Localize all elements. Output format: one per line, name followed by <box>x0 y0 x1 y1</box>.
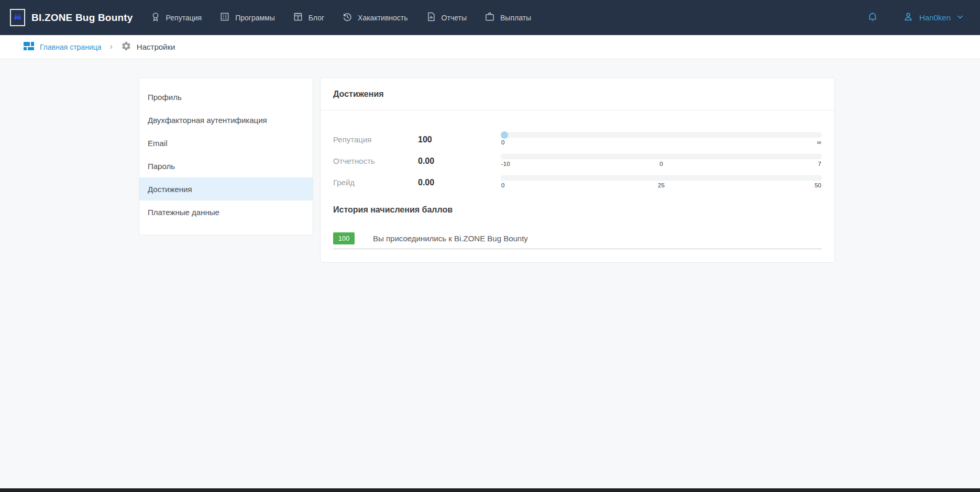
sidebar-item-password[interactable]: Пароль <box>139 154 313 177</box>
nav-label: Программы <box>235 14 275 22</box>
reporting-slider: -10 0 7 <box>501 154 822 168</box>
metric-label: Репутация <box>333 135 418 144</box>
sidebar-item-two-factor[interactable]: Двухфакторная аутентификация <box>139 108 313 131</box>
metric-row-grade: Грейд 0.00 0 25 50 <box>333 175 822 189</box>
nav-item-reputation[interactable]: Репутация <box>150 12 202 24</box>
reputation-slider: 0 ∞ <box>501 132 822 147</box>
metric-value: 0.00 <box>418 156 501 166</box>
payouts-icon <box>485 12 495 24</box>
user-menu[interactable]: Han0ken <box>902 11 964 25</box>
building-icon <box>219 12 230 24</box>
metric-label: Отчетность <box>333 156 418 165</box>
breadcrumb-home-label: Главная страница <box>40 43 102 51</box>
nav-label: Хакактивность <box>358 14 408 22</box>
bizone-logo[interactable] <box>10 9 25 26</box>
history-entry-row: 100 Вы присоединились к Bi.ZONE Bug Boun… <box>333 232 822 249</box>
slider-ticks: -10 0 7 <box>501 160 822 168</box>
sidebar-item-email[interactable]: Email <box>139 131 313 154</box>
nav-item-programs[interactable]: Программы <box>219 12 275 24</box>
nav-item-hackactivity[interactable]: Хакактивность <box>342 12 408 24</box>
nav-item-blog[interactable]: Блог <box>293 12 324 24</box>
sidebar-item-label: Профиль <box>148 93 182 102</box>
breadcrumb: Главная страница › Настройки <box>0 35 980 59</box>
bug-logo-icon <box>14 13 21 23</box>
tick-mid: 0 <box>659 161 663 167</box>
sidebar-item-achievements[interactable]: Достижения <box>139 177 313 200</box>
metric-value: 100 <box>418 135 501 144</box>
slider-ticks: 0 25 50 <box>501 182 822 189</box>
settings-sidebar: Профиль Двухфакторная аутентификация Ema… <box>139 77 313 236</box>
nav-label: Репутация <box>166 14 202 22</box>
tick-max: 50 <box>814 182 821 188</box>
nav-label: Отчеты <box>442 14 467 22</box>
navbar-right: Han0ken <box>867 11 964 25</box>
panel-body: Репутация 100 0 ∞ Отчетность 0.00 <box>321 110 834 249</box>
nav-label: Блог <box>309 14 324 22</box>
tick-min: 0 <box>501 139 504 146</box>
footer-strip <box>0 488 980 492</box>
panel-header: Достижения <box>321 78 834 110</box>
slider-handle[interactable] <box>501 131 508 139</box>
history-section-title: История начисления баллов <box>333 205 822 215</box>
content-area: Профиль Двухфакторная аутентификация Ema… <box>0 59 980 488</box>
breadcrumb-current-label: Настройки <box>137 42 175 51</box>
nav-item-payouts[interactable]: Выплаты <box>485 12 531 24</box>
sidebar-item-payment-data[interactable]: Платежные данные <box>139 200 313 223</box>
breadcrumb-separator-icon: › <box>110 42 113 51</box>
sidebar-item-label: Пароль <box>148 162 175 171</box>
user-name: Han0ken <box>919 13 951 22</box>
history-entry-text: Вы присоединились к Bi.ZONE Bug Bounty <box>373 234 528 243</box>
dashboard-grid-icon <box>23 40 35 54</box>
sidebar-item-label: Платежные данные <box>148 208 219 217</box>
metric-value: 0.00 <box>418 178 501 187</box>
blog-icon <box>293 12 303 24</box>
tick-min: 0 <box>501 182 504 188</box>
points-badge: 100 <box>333 232 355 244</box>
slider-ticks: 0 ∞ <box>501 139 822 147</box>
nav-label: Выплаты <box>500 14 531 22</box>
sidebar-item-label: Email <box>148 139 168 148</box>
slider-track <box>501 154 822 159</box>
brand-title: BI.ZONE Bug Bounty <box>31 12 133 24</box>
gear-icon <box>121 41 131 53</box>
achievements-panel: Достижения Репутация 100 0 ∞ О <box>320 77 835 263</box>
user-icon <box>902 11 914 25</box>
metric-row-reputation: Репутация 100 0 ∞ <box>333 132 822 147</box>
breadcrumb-current: Настройки <box>121 41 175 53</box>
breadcrumb-home-link[interactable]: Главная страница <box>23 40 102 54</box>
sidebar-item-label: Достижения <box>148 185 192 194</box>
nav-item-reports[interactable]: Отчеты <box>426 12 467 24</box>
notification-bell-icon[interactable] <box>867 11 878 25</box>
tick-max: 7 <box>818 161 821 167</box>
history-icon <box>342 12 353 24</box>
metric-label: Грейд <box>333 178 418 187</box>
top-navbar: BI.ZONE Bug Bounty Репутация Программы <box>0 0 980 35</box>
grade-slider: 0 25 50 <box>501 175 822 189</box>
panel-title: Достижения <box>333 90 384 99</box>
slider-track <box>501 132 822 138</box>
sidebar-item-label: Двухфакторная аутентификация <box>148 116 267 125</box>
tick-mid: 25 <box>658 182 665 188</box>
tick-min: -10 <box>501 161 510 167</box>
sidebar-item-profile[interactable]: Профиль <box>139 85 313 108</box>
report-icon <box>426 12 436 24</box>
metric-row-reporting: Отчетность 0.00 -10 0 7 <box>333 154 822 168</box>
main-nav: Репутация Программы Блог <box>150 12 532 24</box>
slider-track <box>501 175 822 181</box>
tick-max: ∞ <box>817 139 821 146</box>
chevron-down-icon <box>956 13 964 23</box>
medal-icon <box>150 12 161 24</box>
